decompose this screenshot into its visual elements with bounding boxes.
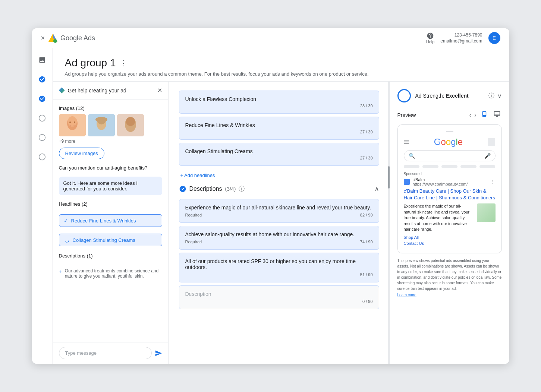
page-title: Ad group 1: [65, 57, 116, 69]
descriptions-info-icon[interactable]: ⓘ: [239, 185, 245, 193]
headline-3-char-count: 27 / 30: [185, 156, 373, 160]
ai-question: Can you mention our anti-aging benefits?: [59, 164, 162, 172]
sponsored-badge: Sponsored: [404, 172, 496, 176]
preview-disclaimer: This preview shows potential ads assembl…: [397, 258, 502, 291]
preview-search-bar: 🔍 🎤: [404, 150, 496, 161]
description-chip-1[interactable]: + Our advanced treatments combine scienc…: [59, 266, 162, 281]
preview-mobile-button[interactable]: [479, 110, 489, 120]
ad-strength-left: Ad Strength: Excellent: [397, 89, 469, 102]
descriptions-check-icon: [179, 185, 186, 193]
desc-plus-icon: +: [59, 269, 62, 275]
svg-point-8: [68, 116, 77, 127]
phone-preview: Google 🔍 🎤: [397, 124, 502, 253]
description-1-char-count: 82 / 90: [360, 213, 373, 217]
sidebar-item-check-1[interactable]: [36, 73, 48, 85]
ad-strength-text: Ad Strength: Excellent: [415, 93, 469, 99]
descriptions-count: (3/4): [225, 186, 236, 192]
description-input-3: All of our products are rated SPF 30 or …: [179, 253, 379, 282]
headline-1-text: Unlock a Flawless Complexion: [185, 96, 373, 102]
preview-menu-bar: Google: [404, 137, 496, 147]
hamburger-icon: [404, 140, 409, 144]
ad-strength-collapse-button[interactable]: ∨: [497, 92, 502, 99]
ad-link-2[interactable]: Contact Us: [404, 241, 496, 246]
review-images-button[interactable]: Review images: [59, 148, 104, 159]
preview-tabs: [404, 165, 496, 168]
logo-area: × Google Ads: [41, 33, 95, 43]
app-layout: Ad group 1 ⋮ Ad groups help you organize…: [32, 48, 509, 364]
scroll-track: [388, 82, 390, 364]
image-thumb-3-svg: [117, 114, 144, 136]
description-3-char-count: 51 / 90: [360, 272, 373, 277]
images-title: Images (12): [59, 105, 162, 111]
page-title-row: Ad group 1 ⋮: [65, 57, 497, 69]
preview-tab-2: [422, 165, 438, 168]
sidebar: [32, 48, 53, 364]
page-description: Ad groups help you organize your ads aro…: [65, 71, 497, 77]
headline-2-char-count: 27 / 30: [185, 130, 373, 134]
headline-chip-2[interactable]: Collagen Stimulating Creams: [59, 234, 162, 246]
ad-card-header: c'Balm https://www.cbalmbeauty.com/ ⋮: [404, 177, 496, 186]
ai-panel-header: Get help creating your ad ✕: [53, 82, 168, 99]
sidebar-item-radio-3[interactable]: [36, 151, 48, 163]
ad-menu-dots[interactable]: ⋮: [490, 179, 496, 185]
ad-card: Sponsored c'Balm https://www.cbalmbeauty…: [404, 172, 496, 246]
chat-input[interactable]: [59, 347, 152, 359]
description-2-text: Achieve salon-quality results at home wi…: [185, 231, 373, 237]
description-4-char-count: 0 / 90: [362, 299, 373, 304]
send-button[interactable]: [155, 350, 162, 357]
images-grid: [59, 114, 162, 136]
google-ads-logo-icon: [48, 33, 58, 43]
sidebar-item-image[interactable]: [36, 54, 48, 66]
descriptions-collapse-button[interactable]: ∧: [374, 185, 379, 193]
help-area[interactable]: Help: [426, 32, 435, 44]
description-input-4[interactable]: Description 0 / 90: [179, 285, 379, 309]
headline-chip-1[interactable]: ✓ Reduce Fine Lines & Wrinkles: [59, 214, 162, 227]
preview-prev-button[interactable]: ‹: [469, 112, 471, 118]
user-avatar[interactable]: E: [488, 32, 500, 44]
scroll-thumb: [388, 166, 390, 189]
descriptions-section: Descriptions (3/4) ⓘ ∧ Experience the ma…: [179, 185, 379, 309]
sidebar-item-radio-2[interactable]: [36, 132, 48, 143]
descriptions-heading: Descriptions: [189, 186, 222, 192]
preview-profile-circle: [488, 138, 495, 146]
preview-next-button[interactable]: ›: [474, 112, 476, 118]
headlines-section: Unlock a Flawless Complexion 28 / 30 Red…: [179, 91, 379, 182]
headline-input-3: Collagen Stimulating Creams 27 / 30: [179, 143, 379, 166]
headline-chip-1-label: Reduce Fine Lines & Wrinkles: [71, 218, 136, 224]
description-2-label: Required: [185, 240, 202, 244]
strength-icons: ⓘ ∨: [488, 92, 502, 100]
images-section: Images (12): [59, 105, 162, 159]
sidebar-item-radio-1[interactable]: [36, 112, 48, 124]
ad-brand-name: c'Balm: [413, 177, 468, 182]
headline-input-1: Unlock a Flawless Complexion 28 / 30: [179, 91, 379, 114]
phone-notch: [446, 131, 453, 132]
ad-links: Shop All Contact Us: [404, 235, 496, 246]
learn-more-link[interactable]: Learn more: [397, 293, 416, 297]
ai-panel-close-button[interactable]: ✕: [157, 87, 162, 94]
image-thumb-1-svg: [59, 114, 86, 136]
preview-header: Preview ‹ ›: [397, 110, 502, 120]
ad-strength-value: Excellent: [446, 93, 468, 99]
description-input-2: Achieve salon-quality results at home wi…: [179, 226, 379, 250]
headline-chip-2-label: Collagen Stimulating Creams: [73, 237, 135, 243]
ad-link-1[interactable]: Shop All: [404, 235, 496, 240]
headline-input-2: Reduce Fine Lines & Wrinkles 27 / 30: [179, 117, 379, 140]
mobile-icon: [481, 111, 488, 117]
chat-input-area: [53, 342, 168, 364]
svg-point-10: [74, 121, 75, 123]
page-menu-dots[interactable]: ⋮: [120, 59, 127, 67]
sidebar-item-check-2[interactable]: [36, 93, 48, 105]
add-headlines-button[interactable]: + Add headlines: [179, 169, 217, 182]
close-button[interactable]: ×: [41, 34, 45, 42]
ad-brand-info: c'Balm https://www.cbalmbeauty.com/: [413, 177, 468, 186]
descriptions-header-row: Descriptions (3/4) ⓘ ∧: [179, 185, 379, 193]
send-icon: [155, 350, 162, 357]
preview-desktop-button[interactable]: [492, 110, 502, 120]
svg-point-17: [126, 117, 135, 126]
account-email: emailme@gmail.com: [440, 38, 482, 44]
description-4-placeholder: Description: [185, 291, 373, 297]
ai-assistant-panel: Get help creating your ad ✕ Images (12): [53, 82, 169, 364]
ad-strength-row: Ad Strength: Excellent ⓘ ∨: [397, 89, 502, 102]
ai-response: Got it. Here are some more ideas I gener…: [59, 177, 162, 195]
ad-strength-info-icon[interactable]: ⓘ: [488, 92, 494, 100]
